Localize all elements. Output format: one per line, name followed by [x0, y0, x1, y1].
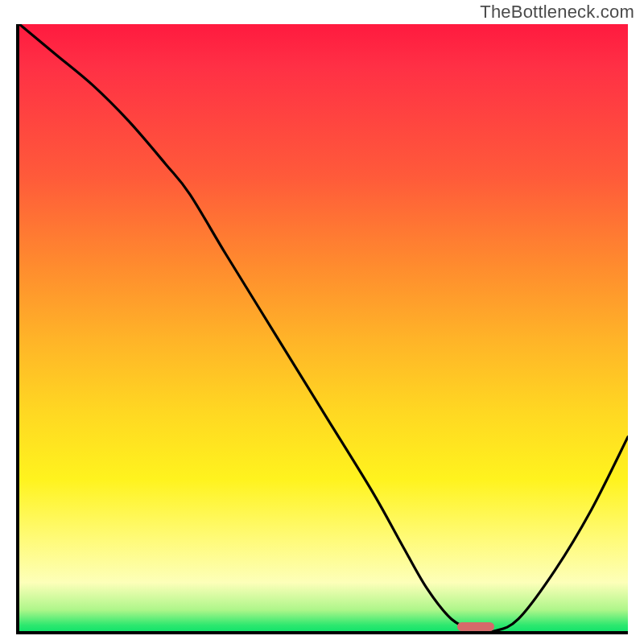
watermark-text: TheBottleneck.com [480, 2, 634, 23]
optimum-marker [457, 622, 493, 631]
bottleneck-curve [19, 24, 628, 631]
chart-frame: TheBottleneck.com [0, 0, 644, 644]
plot-area [16, 24, 628, 634]
